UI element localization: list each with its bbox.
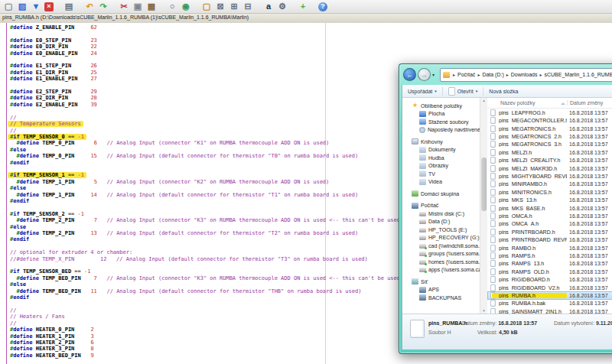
file-name: pins_MELZI_MAKR3D.h	[499, 166, 567, 171]
breadcrumb-segment[interactable]: sCUBE_Marlin_1.1.6_RUMBA (1)	[542, 72, 612, 77]
redo-icon[interactable]: ↷	[98, 2, 109, 12]
font-icon[interactable]: a	[263, 2, 274, 12]
file-row[interactable]: pins_MKS_13.h16.8.2018 13:57	[487, 196, 612, 203]
sidebar-item[interactable]: apps (\\users.soma.cz) (Z	[402, 266, 480, 275]
scroll-down-icon[interactable]	[481, 308, 487, 314]
sidebar-item[interactable]: BACKUPNAS	[402, 294, 480, 302]
new-window-icon[interactable]: ▢	[201, 2, 212, 12]
file-row[interactable]: pins_MEGACONTROLLER.h16.8.2018 13:57	[487, 116, 612, 124]
sidebar-item[interactable]: HP_RECOVERY (G:)	[402, 234, 480, 242]
column-header-name[interactable]: Název položky	[487, 100, 567, 106]
file-row[interactable]: pins_RIGIDBOARD.h16.8.2018 13:57	[487, 276, 612, 284]
breadcrumb-segment[interactable]: Počítač	[456, 72, 477, 77]
file-row[interactable]: pins_OMCA_A.h16.8.2018 13:57	[487, 220, 612, 228]
file-date: 16.8.2018 13:57	[567, 110, 608, 115]
sidebar-item[interactable]: Místní disk (C:)	[402, 210, 480, 218]
sidebar-item[interactable]: Naposledy navštívené	[402, 126, 480, 135]
sidebar-item[interactable]: Domácí skupina	[402, 190, 480, 198]
file-name: pins_RAMBO.h	[499, 245, 567, 251]
sidebar-item[interactable]: APS	[402, 286, 480, 294]
recent-pages-dropdown-icon[interactable]	[432, 72, 438, 77]
file-row[interactable]: pins_MEGATRONICS.h16.8.2018 13:57	[487, 125, 612, 132]
file-row[interactable]: pins_RUMBA.h16.8.2018 13:57	[487, 291, 612, 299]
file-row[interactable]: pins_MKS_BASE.h16.8.2018 13:57	[487, 204, 612, 212]
sidebar-item[interactable]: Dokumenty	[402, 146, 480, 154]
file-row[interactable]: pins_LEAPFROG.h16.8.2018 13:57	[487, 109, 612, 116]
sidebar-item[interactable]: cad (\\windchill.soma.cz)	[402, 242, 480, 250]
file-row[interactable]: pins_RIGIDBOARD_V2.h16.8.2018 13:57	[487, 284, 612, 291]
save-file-icon[interactable]: ▼	[31, 2, 41, 12]
sidebar-item-label: APS	[428, 287, 439, 292]
sidebar-item[interactable]: Data (D:)	[402, 218, 480, 226]
copy-icon[interactable]: ▣	[132, 2, 143, 12]
sidebar-item-label: Síť	[421, 279, 428, 284]
sidebar-item[interactable]: ★Oblíbené položky	[402, 102, 480, 110]
drive-icon	[419, 228, 426, 232]
file-row[interactable]: pins_RAMPS_13.h16.8.2018 13:57	[487, 260, 612, 268]
cut-icon[interactable]: ✂	[119, 2, 129, 12]
file-row[interactable]: pins_MIGHTYBOARD_REVE.h16.8.2018 13:57	[487, 172, 612, 180]
file-row[interactable]: pins_RAMBO.h16.8.2018 13:57	[487, 244, 612, 252]
scroll-up-icon[interactable]	[481, 98, 487, 103]
scrollbar-thumb[interactable]	[481, 158, 487, 211]
column-header-date[interactable]: Datum změny	[567, 100, 612, 106]
sidebar-item[interactable]: Stažené soubory	[402, 118, 480, 126]
sidebar-item[interactable]: Plocha	[402, 110, 480, 119]
file-row[interactable]: pins_MEGATRONICS_3.h16.8.2018 13:57	[487, 141, 612, 148]
help-icon[interactable]: ?	[318, 2, 327, 11]
file-row[interactable]: pins_RUMBA.h.bak16.8.2018 13:57	[487, 300, 612, 307]
organize-button[interactable]: Uspořádat	[408, 89, 437, 94]
open-button[interactable]: Otevřít	[457, 89, 478, 94]
sidebar-item[interactable]: groups (\\users.soma.cz)	[402, 250, 480, 258]
file-date: 16.8.2018 13:57	[567, 301, 608, 306]
downloads-icon	[419, 119, 426, 125]
split-vertical-icon[interactable]: ⊟	[243, 2, 253, 12]
file-row[interactable]: pins_MELZI_MAKR3D.h16.8.2018 13:57	[487, 164, 612, 172]
find-icon[interactable]: ○	[167, 2, 177, 12]
file-row[interactable]: pins_RAMPS_OLD.h16.8.2018 13:57	[487, 268, 612, 275]
close-window-icon[interactable]: ⊠	[215, 2, 226, 12]
breadcrumb-segment[interactable]: Data (D:)	[480, 72, 505, 77]
file-name: pins_RIGIDBOARD.h	[499, 277, 567, 282]
file-row[interactable]: pins_PRINTRBOARD_REVF.h16.8.2018 13:57	[487, 236, 612, 244]
new-folder-button[interactable]: Nová složka	[489, 89, 518, 94]
file-rows: pins_LEAPFROG.h16.8.2018 13:57pins_MEGAC…	[487, 109, 612, 314]
new-file-icon[interactable]: ▢	[3, 2, 14, 12]
libraries-icon	[412, 138, 418, 145]
sidebar-item[interactable]: Hudba	[402, 154, 480, 162]
breadcrumb[interactable]: ▸Počítač▸Data (D:)▸Downloads▸sCUBE_Marli…	[440, 68, 612, 82]
plugins-icon[interactable]: +	[298, 2, 308, 12]
sidebar-item[interactable]: Síť	[402, 278, 480, 286]
sidebar-item[interactable]: HP_TOOLS (E:)	[402, 226, 480, 234]
file-row[interactable]: pins_MELZI_CREALITY.h16.8.2018 13:57	[487, 156, 612, 164]
sidebar-item[interactable]: Knihovny	[402, 138, 480, 146]
file-icon	[490, 308, 496, 314]
file-row[interactable]: pins_MELZI.h16.8.2018 13:57	[487, 148, 612, 156]
sidebar-item[interactable]: Počítač	[402, 202, 480, 210]
sidebar-item[interactable]: Obrázky	[402, 162, 480, 171]
open-folder-icon[interactable]: ▨	[17, 2, 28, 12]
file-row[interactable]: pins_RAMPS.h16.8.2018 13:57	[487, 252, 612, 259]
file-icon	[490, 260, 496, 267]
find-in-files-icon[interactable]: ◉	[181, 2, 191, 12]
sidebar-item[interactable]: Videa	[402, 178, 480, 187]
file-row[interactable]: pins_MEGATRONICS_2.h16.8.2018 13:57	[487, 132, 612, 140]
file-row[interactable]: pins_SAINSMART_2IN1.h16.8.2018 13:57	[487, 307, 612, 314]
file-row[interactable]: pins_MINITRONICS.h16.8.2018 13:57	[487, 188, 612, 196]
sidebar-scrollbar[interactable]	[480, 98, 487, 314]
split-horizontal-icon[interactable]: ⊞	[229, 2, 239, 12]
file-row[interactable]: pins_PRINTRBOARD.h16.8.2018 13:57	[487, 228, 612, 236]
sidebar-item[interactable]: TV	[402, 170, 480, 178]
forward-button[interactable]	[418, 68, 431, 81]
print-icon[interactable]: ▤	[63, 2, 74, 12]
sidebar-item[interactable]: homes (\\users.soma.cz)	[402, 258, 480, 266]
settings-icon[interactable]: ⚙	[277, 2, 288, 12]
file-row[interactable]: pins_OMCA.h16.8.2018 13:57	[487, 212, 612, 219]
paste-icon[interactable]: ▦	[146, 2, 157, 12]
close-file-icon[interactable]: ×	[44, 2, 54, 11]
back-button[interactable]	[403, 68, 416, 81]
breadcrumb-segment[interactable]: Downloads	[509, 72, 539, 77]
details-modified: Datum změny:16.8.2018 13:57	[462, 320, 537, 326]
undo-icon[interactable]: ↶	[84, 2, 95, 12]
file-row[interactable]: pins_MINIRAMBO.h16.8.2018 13:57	[487, 180, 612, 188]
